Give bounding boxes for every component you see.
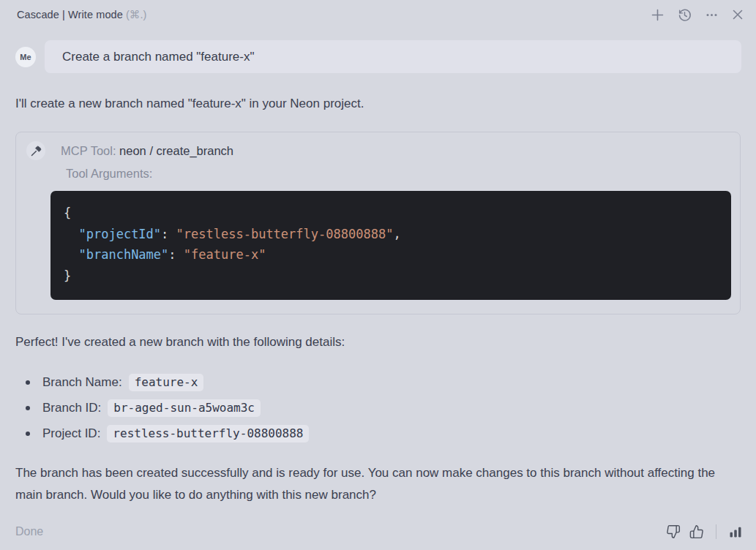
assistant-details-intro: Perfect! I've created a new branch with … [15, 331, 736, 353]
mcp-tool-card: MCP Tool: neon / create_branch Tool Argu… [15, 132, 741, 314]
close-icon [731, 8, 744, 21]
ellipsis-icon [705, 8, 719, 22]
mcp-tool-name: neon / create_branch [119, 144, 233, 157]
new-conversation-button[interactable] [651, 8, 665, 22]
list-item: Branch ID: br-aged-sun-a5woam3c [15, 395, 736, 421]
branch-name-value[interactable]: feature-x [129, 374, 204, 391]
header-actions [651, 7, 744, 23]
branch-id-value[interactable]: br-aged-sun-a5woam3c [108, 399, 261, 417]
panel-title-text: Cascade | Write mode [17, 9, 123, 20]
thumbs-up-button[interactable] [689, 524, 704, 539]
code-open-brace: { [64, 206, 71, 220]
assistant-intro-text: I'll create a new branch named "feature-… [15, 93, 736, 115]
panel-title: Cascade | Write mode(⌘.) [17, 9, 147, 20]
user-message-row: Me Create a branch named "feature-x" [15, 40, 741, 73]
bullet-icon [26, 432, 30, 436]
branch-id-label: Branch ID: [42, 401, 101, 415]
list-item: Branch Name: feature-x [15, 369, 736, 395]
thumbs-up-icon [689, 524, 704, 539]
branch-name-label: Branch Name: [42, 375, 122, 390]
history-icon [677, 7, 692, 23]
bar-chart-icon [728, 524, 743, 539]
message-footer: Done [15, 521, 743, 542]
stats-button[interactable] [728, 524, 743, 539]
code-close-brace: } [64, 268, 71, 283]
thumbs-down-icon [666, 524, 681, 539]
cascade-panel: Cascade | Write mode(⌘.) [0, 0, 756, 550]
code-key-branchname: "branchName" [78, 247, 168, 262]
code-value-branchname: "feature-x" [184, 247, 266, 262]
tool-hammer-icon [26, 141, 45, 160]
thumbs-down-button[interactable] [666, 524, 681, 539]
project-id-value[interactable]: restless-butterfly-08800888 [107, 425, 309, 442]
bullet-icon [26, 380, 30, 385]
history-button[interactable] [677, 7, 692, 23]
tool-arguments-label: Tool Arguments: [66, 167, 152, 181]
status-text: Done [15, 525, 43, 538]
header-bar: Cascade | Write mode(⌘.) [0, 0, 756, 29]
assistant-outro-text: The branch has been created successfully… [15, 462, 736, 506]
project-id-label: Project ID: [42, 426, 100, 441]
branch-details-list: Branch Name: feature-x Branch ID: br-age… [15, 369, 736, 446]
user-message-text: Create a branch named "feature-x" [62, 50, 255, 64]
mcp-tool-title: MCP Tool: neon / create_branch [61, 144, 233, 158]
mcp-tool-label: MCP Tool: [61, 144, 119, 157]
code-key-projectid: "projectId" [78, 227, 161, 241]
plus-icon [651, 8, 665, 22]
list-item: Project ID: restless-butterfly-08800888 [15, 421, 736, 446]
mcp-tool-header: MCP Tool: neon / create_branch [26, 141, 730, 160]
footer-divider [716, 524, 716, 539]
bullet-icon [26, 406, 30, 410]
user-avatar: Me [15, 47, 36, 67]
close-panel-button[interactable] [731, 8, 744, 21]
more-options-button[interactable] [705, 8, 719, 22]
user-message-bubble[interactable]: Create a branch named "feature-x" [45, 40, 741, 73]
code-value-projectid: "restless-butterfly-08800888" [176, 227, 394, 241]
footer-actions [666, 524, 743, 539]
tool-arguments-code-block[interactable]: { "projectId": "restless-butterfly-08800… [50, 191, 731, 300]
panel-title-shortcut: (⌘.) [126, 9, 147, 20]
